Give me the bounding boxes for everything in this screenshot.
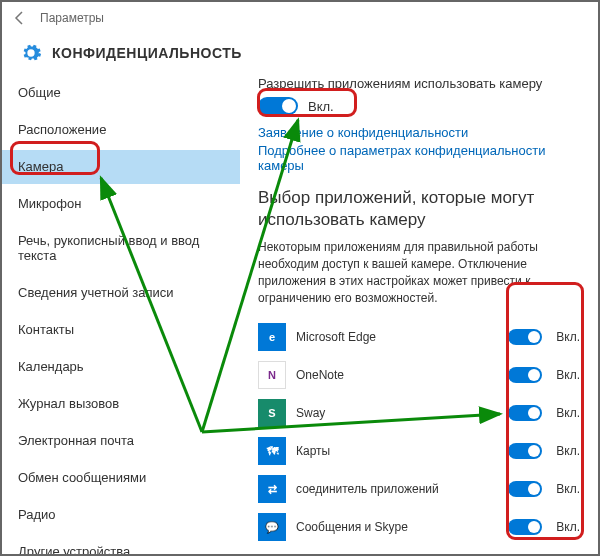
sidebar-item-4[interactable]: Речь, рукописный ввод и ввод текста [2,224,240,273]
app-toggle-state: Вкл. [556,520,580,534]
section-desc: Некоторым приложениям для правильной раб… [258,239,580,306]
app-toggle[interactable] [508,443,542,459]
app-row-1: NOneNoteВкл. [258,356,580,394]
app-row-3: 🗺КартыВкл. [258,432,580,470]
sidebar-item-6[interactable]: Контакты [2,313,240,347]
app-toggle[interactable] [508,519,542,535]
gear-icon [20,42,42,64]
app-name: Sway [296,406,498,420]
privacy-link[interactable]: Заявление о конфиденциальности [258,125,580,140]
app-toggle-state: Вкл. [556,406,580,420]
app-row-4: ⇄соединитель приложенийВкл. [258,470,580,508]
sidebar-item-1[interactable]: Расположение [2,113,240,147]
app-toggle[interactable] [508,329,542,345]
allow-camera-label: Разрешить приложениям использовать камер… [258,76,580,91]
camera-privacy-more-link[interactable]: Подробнее о параметрах конфиденциальност… [258,143,580,173]
allow-camera-toggle[interactable] [258,97,298,115]
conn-icon: ⇄ [258,475,286,503]
back-icon[interactable] [10,8,30,28]
sidebar-item-7[interactable]: Календарь [2,350,240,384]
sidebar-item-8[interactable]: Журнал вызовов [2,387,240,421]
onenote-icon: N [258,361,286,389]
sidebar-item-12[interactable]: Другие устройства [2,535,240,556]
app-name: Microsoft Edge [296,330,498,344]
app-name: OneNote [296,368,498,382]
allow-camera-toggle-row: Вкл. [258,97,580,115]
app-toggle-state: Вкл. [556,444,580,458]
app-row-2: SSwayВкл. [258,394,580,432]
sidebar-item-10[interactable]: Обмен сообщениями [2,461,240,495]
titlebar: Параметры [2,2,598,34]
app-row-5: 💬Сообщения и SkypeВкл. [258,508,580,546]
sidebar: ОбщиеРасположениеКамераМикрофонРечь, рук… [2,76,240,556]
app-toggle[interactable] [508,405,542,421]
allow-camera-state: Вкл. [308,99,334,114]
section-heading: Выбор приложений, которые могут использо… [258,187,580,231]
app-toggle-state: Вкл. [556,330,580,344]
app-row-0: eMicrosoft EdgeВкл. [258,318,580,356]
apps-list: eMicrosoft EdgeВкл.NOneNoteВкл.SSwayВкл.… [258,318,580,546]
skype-icon: 💬 [258,513,286,541]
app-name: Сообщения и Skype [296,520,498,534]
page-header: КОНФИДЕНЦИАЛЬНОСТЬ [2,34,598,76]
page-title: КОНФИДЕНЦИАЛЬНОСТЬ [52,45,242,61]
app-name: Карты [296,444,498,458]
sidebar-item-5[interactable]: Сведения учетной записи [2,276,240,310]
app-toggle-state: Вкл. [556,482,580,496]
app-toggle-state: Вкл. [556,368,580,382]
app-name: соединитель приложений [296,482,498,496]
app-toggle[interactable] [508,367,542,383]
sidebar-item-2[interactable]: Камера [2,150,240,184]
content-pane: Разрешить приложениям использовать камер… [240,76,598,556]
maps-icon: 🗺 [258,437,286,465]
app-toggle[interactable] [508,481,542,497]
sidebar-item-0[interactable]: Общие [2,76,240,110]
window-title: Параметры [40,11,104,25]
sidebar-item-9[interactable]: Электронная почта [2,424,240,458]
edge-icon: e [258,323,286,351]
sidebar-item-11[interactable]: Радио [2,498,240,532]
sway-icon: S [258,399,286,427]
sidebar-item-3[interactable]: Микрофон [2,187,240,221]
